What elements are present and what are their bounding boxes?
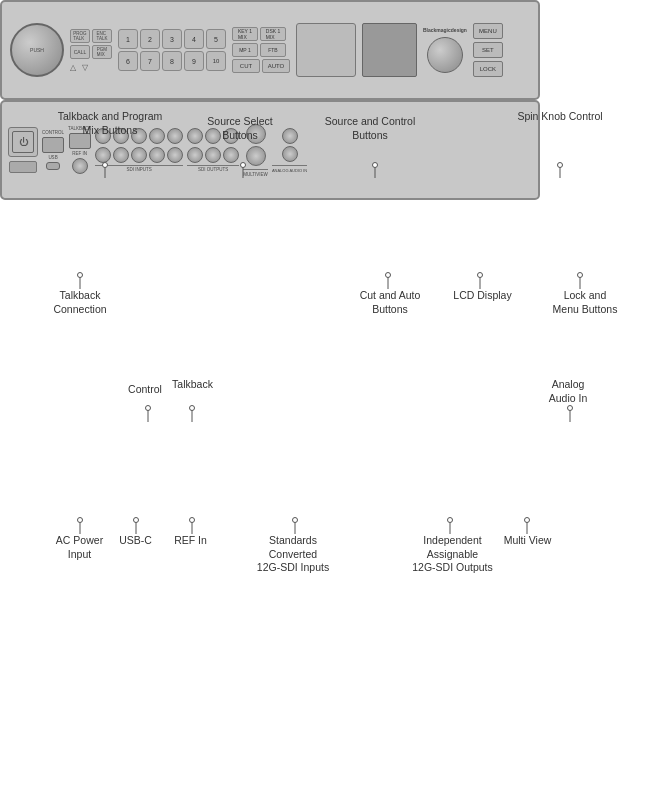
touchpad[interactable] [296,23,356,77]
dot-usb-c [133,517,139,523]
ac-power-connector: ⏻ [8,127,38,157]
sdi-in-6 [95,147,111,163]
arrow-down-btn[interactable]: ▽ [82,63,88,72]
sdi-in-7 [113,147,129,163]
label-lcd-display: LCD Display [445,289,520,303]
dot-lock-menu [577,272,583,278]
call-btn[interactable]: CALL [70,45,90,59]
label-sdi-outputs: IndependentAssignable12G-SDI Outputs [405,534,500,575]
dot-sdi-inputs [292,517,298,523]
label-spin-knob: Spin Knob Control [510,110,610,124]
dot-cut-auto [385,272,391,278]
btn-9[interactable]: 9 [184,51,204,71]
key1-mix-btn[interactable]: KEY 1MIX [232,27,258,41]
dot-spin-knob-top [557,162,563,168]
lock-btn[interactable]: LOCK [473,61,503,77]
spin-knob[interactable] [427,37,463,73]
btn-7[interactable]: 7 [140,51,160,71]
numeric-buttons: 1 2 3 4 5 6 7 8 9 10 [118,29,226,71]
dot-control-mid [145,405,151,411]
label-source-select: Source Select Buttons [195,115,285,142]
dot-multi-view [524,517,530,523]
btn-2[interactable]: 2 [140,29,160,49]
label-lock-menu-buttons: Lock andMenu Buttons [545,289,625,316]
cut-btn[interactable]: CUT [232,59,260,73]
label-sdi-inputs: StandardsConverted12G-SDI Inputs [248,534,338,575]
dsk1-mix-btn[interactable]: DSK 1MIX [260,27,286,41]
multiview-bnc-2 [246,146,266,166]
diagram-container: Talkback and Program Mix Buttons Source … [0,0,650,794]
btn-8[interactable]: 8 [162,51,182,71]
dot-talkback-mid [189,405,195,411]
sdi-out-4 [187,147,203,163]
dot-talkback-top [102,162,108,168]
blackmagic-logo: Blackmagicdesign [423,27,467,33]
btn-1[interactable]: 1 [118,29,138,49]
prog-talk-btn[interactable]: PROGTALK [70,29,90,43]
btn-6[interactable]: 6 [118,51,138,71]
sdi-outputs-label: SDI OUTPUTS [198,167,228,172]
enc-talk-btn[interactable]: ENCTALK [92,29,112,43]
talkback-dial[interactable]: PUSH [10,23,64,77]
logo-knob-section: Blackmagicdesign [423,27,467,73]
label-cut-auto-buttons: Cut and AutoButtons [345,289,435,316]
label-usb-c: USB-C [108,534,163,548]
front-panel: PUSH PROGTALK ENCTALK CALL PGMMIX △ ▽ 1 … [0,0,540,100]
btn-4[interactable]: 4 [184,29,204,49]
sdi-out-5 [205,147,221,163]
dot-analog-mid [567,405,573,411]
sdi-in-8 [131,147,147,163]
multiview-label: MULTIVIEW [243,172,268,177]
mp1-btn[interactable]: MP 1 [232,43,258,57]
dot-sdi-outputs [447,517,453,523]
analog-audio-label: ANALOG AUDIO IN [272,168,307,173]
label-multi-view: Multi View [495,534,560,548]
label-talkback-mid: Talkback [160,378,225,392]
dot-ac-power [77,517,83,523]
dot-source-select-top [240,162,246,168]
power-switch[interactable] [9,161,37,173]
usb-label: USB [48,155,57,160]
right-buttons: MENU SET LOCK [473,23,503,77]
arrow-up-btn[interactable]: △ [70,63,76,72]
analog-ch2 [282,146,298,162]
label-analog-audio-mid: AnalogAudio In [528,378,608,405]
usb-c-port [46,162,60,170]
ref-in-label: REF IN [72,151,87,156]
sdi-in-10 [167,147,183,163]
sdi-in-9 [149,147,165,163]
prog-talk-area: PROGTALK ENCTALK CALL PGMMIX △ ▽ [70,29,112,72]
label-ac-power: AC PowerInput [42,534,117,561]
set-btn[interactable]: SET [473,42,503,58]
dot-source-control-top [372,162,378,168]
ref-in-bnc [72,158,88,174]
lcd-display [362,23,417,77]
dot-ref-in [189,517,195,523]
sdi-in-5 [167,128,183,144]
ftb-btn[interactable]: FTB [260,43,286,57]
dot-talkback-conn [77,272,83,278]
power-section: ⏻ [8,127,38,173]
pgm-mix-btn[interactable]: PGMMIX [92,45,112,59]
btn-5[interactable]: 5 [206,29,226,49]
btn-3[interactable]: 3 [162,29,182,49]
label-source-control: Source and Control Buttons [320,115,420,142]
control-rj45 [42,137,64,153]
label-talkback-program: Talkback and Program Mix Buttons [55,110,165,137]
key-mix-group: KEY 1MIX DSK 1MIX MP 1 FTB CUT AUTO [232,27,290,73]
sdi-out-6 [223,147,239,163]
sdi-inputs-label: SDI INPUTS [127,167,152,172]
auto-btn[interactable]: AUTO [262,59,290,73]
label-ref-in: REF In [163,534,218,548]
menu-btn[interactable]: MENU [473,23,503,39]
dot-lcd [477,272,483,278]
label-talkback-connection: TalkbackConnection [35,289,125,316]
btn-10[interactable]: 10 [206,51,226,71]
